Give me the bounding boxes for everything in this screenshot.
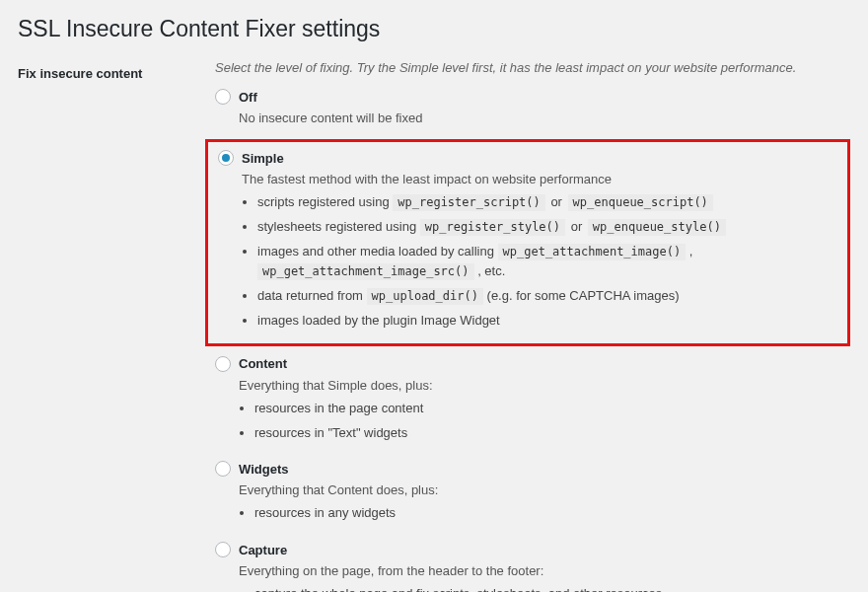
radio-widgets-label[interactable]: Widgets [239,462,288,477]
code: wp_get_attachment_image() [498,244,687,260]
page-title: SSL Insecure Content Fixer settings [18,10,850,60]
text: , etc. [474,263,506,278]
code: wp_get_attachment_image_src() [257,263,474,280]
radio-widgets[interactable] [215,461,231,477]
text: , [686,244,692,259]
radio-off-label[interactable]: Off [239,90,257,105]
option-content-desc: Everything that Simple does, plus: [239,378,850,393]
option-off-desc: No insecure content will be fixed [239,111,850,125]
text: stylesheets registered using [257,219,420,234]
code: wp_upload_dir() [367,288,483,305]
list-item: scripts registered using wp_register_scr… [257,192,841,213]
section-description: Select the level of fixing. Try the Simp… [215,60,850,75]
option-widgets-details: resources in any widgets [254,503,850,524]
text: images and other media loaded by calling [257,244,498,259]
list-item: resources in the page content [254,399,850,419]
list-item: resources in any widgets [254,503,850,524]
radio-off[interactable] [215,89,231,105]
text: (e.g. for some CAPTCHA images) [483,288,680,303]
list-item: stylesheets registered using wp_register… [257,217,841,238]
option-off: Off No insecure content will be fixed [215,89,850,125]
option-capture-details: capture the whole page and fix scripts, … [254,584,850,592]
radio-content-label[interactable]: Content [239,356,287,371]
list-item: resources in "Text" widgets [254,423,850,444]
text: scripts registered using [257,194,393,209]
text: or [547,194,566,209]
code: wp_register_style() [420,219,565,236]
code: wp_register_script() [393,194,545,211]
list-item: images loaded by the plugin Image Widget [257,311,841,332]
option-capture-desc: Everything on the page, from the header … [239,563,850,578]
settings-section: Fix insecure content Select the level of… [18,60,850,592]
text: data returned from [257,288,367,303]
option-simple: Simple The fastest method with the least… [205,139,850,346]
list-item: capture the whole page and fix scripts, … [254,584,850,592]
section-body: Select the level of fixing. Try the Simp… [215,60,850,592]
option-capture: Capture Everything on the page, from the… [215,542,850,592]
option-simple-desc: The fastest method with the least impact… [242,172,841,186]
option-widgets: Widgets Everything that Content does, pl… [215,461,850,524]
section-label: Fix insecure content [18,60,215,81]
radio-capture[interactable] [215,542,231,557]
text: or [567,219,586,234]
option-widgets-desc: Everything that Content does, plus: [239,482,850,497]
radio-simple[interactable] [218,150,234,166]
list-item: images and other media loaded by calling… [257,242,841,283]
list-item: data returned from wp_upload_dir() (e.g.… [257,286,841,307]
code: wp_enqueue_style() [588,219,726,236]
radio-content[interactable] [215,356,231,372]
radio-simple-label[interactable]: Simple [242,151,284,166]
option-content: Content Everything that Simple does, plu… [215,356,850,444]
radio-capture-label[interactable]: Capture [239,543,287,557]
option-content-details: resources in the page content resources … [254,399,850,444]
option-simple-details: scripts registered using wp_register_scr… [257,192,841,332]
code: wp_enqueue_script() [568,194,713,211]
